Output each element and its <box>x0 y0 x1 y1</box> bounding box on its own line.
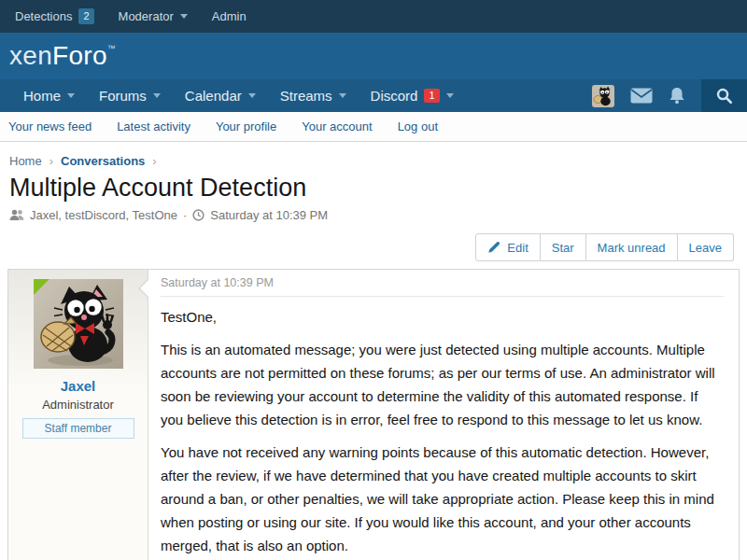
chevron-down-icon <box>153 93 161 98</box>
subnav-log-out[interactable]: Log out <box>398 119 438 133</box>
author-title: Administrator <box>42 398 114 412</box>
subnav-latest-activity[interactable]: Latest activity <box>117 119 190 133</box>
account-avatar[interactable] <box>592 85 614 107</box>
xenforo-logo[interactable]: xenForo™ <box>9 41 116 71</box>
edit-button-label: Edit <box>507 241 528 255</box>
message-arrow-fill <box>140 279 149 298</box>
admin-toolbar: Detections 2 Moderator Admin <box>0 0 747 33</box>
nav-label-streams: Streams <box>280 88 332 104</box>
message-body: TestOne, This is an automated message; y… <box>161 305 724 557</box>
subnav-news-feed[interactable]: Your news feed <box>8 119 92 133</box>
chevron-down-icon <box>248 93 256 98</box>
message-paragraph: This is an automated message; you were j… <box>161 338 724 431</box>
nav-item-discord[interactable]: Discord 1 <box>359 79 466 112</box>
breadcrumb-separator: › <box>49 154 53 168</box>
message-paragraph: You have not received any warning points… <box>161 441 724 557</box>
breadcrumb: Home › Conversations › <box>9 154 738 168</box>
trademark-mark: ™ <box>107 44 116 53</box>
admin-admin-label: Admin <box>212 9 247 23</box>
admin-detections-label: Detections <box>15 9 72 23</box>
message-greeting: TestOne, <box>161 305 724 329</box>
mark-unread-button[interactable]: Mark unread <box>586 233 678 261</box>
nav-label-home: Home <box>23 88 61 104</box>
inbox-envelope-icon[interactable] <box>630 88 653 104</box>
chevron-down-icon <box>446 93 454 98</box>
thread-actions: Edit Star Mark unread Leave <box>13 233 734 261</box>
pencil-icon <box>487 241 500 254</box>
staff-member-banner: Staff member <box>22 418 134 439</box>
author-username[interactable]: Jaxel <box>61 378 96 394</box>
detections-count-badge: 2 <box>78 8 93 24</box>
account-subnav: Your news feed Latest activity Your prof… <box>0 112 747 142</box>
site-header: xenForo™ <box>0 33 747 79</box>
participants-icon <box>9 209 24 221</box>
edit-button[interactable]: Edit <box>475 233 540 261</box>
breadcrumb-separator: › <box>152 154 156 168</box>
message-panel: Jaxel Administrator Staff member Saturda… <box>7 269 740 560</box>
mark-unread-button-label: Mark unread <box>598 241 666 255</box>
clock-icon <box>192 209 204 221</box>
admin-moderator-label: Moderator <box>119 9 174 23</box>
star-button-label: Star <box>552 241 574 255</box>
star-button[interactable]: Star <box>541 233 586 261</box>
subnav-your-profile[interactable]: Your profile <box>216 119 276 133</box>
nav-label-calendar: Calendar <box>185 88 242 104</box>
subnav-your-account[interactable]: Your account <box>302 119 372 133</box>
leave-button[interactable]: Leave <box>678 233 734 261</box>
discord-alert-badge: 1 <box>424 89 439 103</box>
message-user-cell: Jaxel Administrator Staff member <box>8 270 148 560</box>
logo-suffix: Foro <box>52 41 107 70</box>
nav-item-calendar[interactable]: Calendar <box>173 79 268 112</box>
chevron-down-icon <box>339 93 346 98</box>
nav-account-area <box>592 79 747 112</box>
user-avatar[interactable] <box>34 279 123 369</box>
thread-timestamp: Saturday at 10:39 PM <box>210 208 328 222</box>
nav-label-forums: Forums <box>99 88 147 104</box>
leave-button-label: Leave <box>689 241 722 255</box>
admin-detections-link[interactable]: Detections 2 <box>15 8 94 24</box>
online-indicator <box>34 279 49 295</box>
nav-label-discord: Discord <box>371 88 418 104</box>
chevron-down-icon <box>67 93 75 98</box>
nav-item-home[interactable]: Home <box>11 79 87 112</box>
message-timestamp: Saturday at 10:39 PM <box>161 276 724 297</box>
chevron-down-icon <box>180 14 188 19</box>
nav-item-forums[interactable]: Forums <box>87 79 173 112</box>
breadcrumb-home[interactable]: Home <box>9 154 42 168</box>
nav-item-streams[interactable]: Streams <box>268 79 359 112</box>
avatar-image <box>592 85 614 107</box>
thread-meta: Jaxel, testDiscord, TestOne · Saturday a… <box>9 208 738 222</box>
main-navigation: Home Forums Calendar Streams Discord 1 <box>0 79 747 112</box>
search-button[interactable] <box>701 79 747 112</box>
logo-prefix: xen <box>9 41 52 70</box>
admin-admin-link[interactable]: Admin <box>212 9 247 23</box>
message-content-area: Saturday at 10:39 PM TestOne, This is an… <box>148 270 739 560</box>
admin-moderator-menu[interactable]: Moderator <box>119 9 188 23</box>
participants-list: Jaxel, testDiscord, TestOne <box>30 208 177 222</box>
search-icon <box>715 87 733 105</box>
page-title: Multiple Account Detection <box>9 174 738 203</box>
alerts-bell-icon[interactable] <box>669 87 685 105</box>
meta-dot: · <box>183 208 187 222</box>
breadcrumb-conversations[interactable]: Conversations <box>61 154 145 168</box>
